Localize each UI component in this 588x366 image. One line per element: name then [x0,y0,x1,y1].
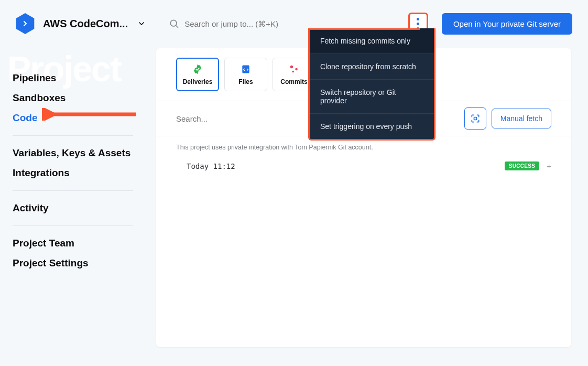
badge-check-icon [192,63,203,75]
svg-line-1 [176,26,178,28]
global-search [169,18,401,29]
menu-item-fetch-missing[interactable]: Fetch missing commits only [310,28,434,54]
nav-project-team[interactable]: Project Team [13,233,144,253]
tab-label: Files [238,78,253,85]
chevron-right-icon [21,19,29,28]
open-git-server-button[interactable]: Open in Your private Git server [442,13,572,35]
tab-label: Commits [280,78,307,85]
nav-pipelines[interactable]: Pipelines [13,68,144,88]
delivery-row[interactable]: Today 11:12 SUCCESS + [156,156,571,176]
manual-fetch-button[interactable]: Manual fetch [492,109,551,128]
search-icon [169,18,179,29]
nav-variables[interactable]: Variables, Keys & Assets [13,143,144,163]
svg-rect-7 [474,117,476,120]
divider [13,190,133,191]
header: AWS CodeCom... Open in Your private Git … [0,0,588,47]
divider [13,135,133,136]
sidebar-nav: Pipelines Sandboxes Code Variables, Keys… [13,68,144,273]
scan-icon [470,113,481,124]
svg-point-6 [292,71,294,73]
delivery-timestamp: Today 11:12 [187,162,505,170]
project-dropdown-toggle[interactable] [137,19,146,28]
svg-point-4 [290,66,293,69]
divider [13,225,133,226]
code-file-icon [240,63,252,75]
tab-deliveries[interactable]: Deliveries [176,58,219,91]
scan-button[interactable] [464,107,486,130]
annotation-border [308,28,420,30]
project-title: AWS CodeCom... [43,18,128,30]
nav-code[interactable]: Code [13,108,144,128]
global-search-input[interactable] [184,19,352,28]
tab-files[interactable]: Files [224,58,267,91]
svg-rect-3 [242,66,249,73]
menu-item-switch-repo[interactable]: Switch repository or Git provider [310,80,434,114]
expand-row-button[interactable]: + [547,162,551,170]
svg-point-5 [295,68,298,71]
project-logo[interactable] [15,13,36,34]
commit-nodes-icon [288,63,300,75]
status-badge: SUCCESS [505,162,539,170]
more-actions-menu: Fetch missing commits only Clone reposit… [308,28,435,141]
nav-project-settings[interactable]: Project Settings [13,253,144,273]
menu-item-clone-scratch[interactable]: Clone repository from scratch [310,54,434,80]
tab-label: Deliveries [183,78,213,85]
nav-integrations[interactable]: Integrations [13,163,144,183]
chevron-down-icon [137,19,146,28]
nav-sandboxes[interactable]: Sandboxes [13,88,144,108]
menu-item-set-trigger[interactable]: Set triggering on every push [310,114,434,139]
nav-activity[interactable]: Activity [13,198,144,218]
